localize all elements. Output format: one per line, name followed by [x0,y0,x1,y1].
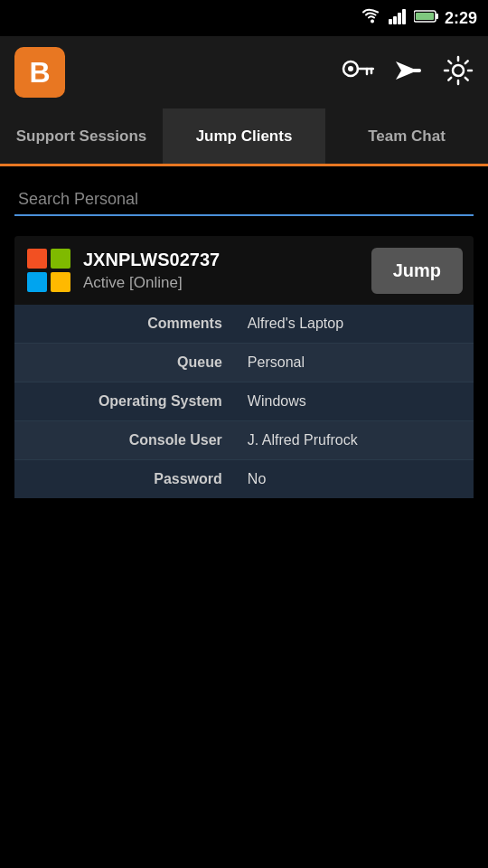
wifi-icon [361,8,383,28]
svg-rect-26 [27,272,47,292]
battery-icon [414,9,439,27]
tab-team-chat[interactable]: Team Chat [325,108,488,164]
search-input[interactable] [14,184,474,216]
svg-rect-1 [389,19,392,24]
svg-line-22 [448,78,451,80]
svg-line-21 [465,78,468,80]
svg-rect-2 [393,16,397,24]
client-text: JXNPLWS02737 Active [Online] [83,250,220,292]
jump-button[interactable]: Jump [371,248,463,294]
client-name: JXNPLWS02737 [83,250,220,270]
search-container [0,166,488,225]
key-icon[interactable] [342,58,374,87]
tab-support-sessions[interactable]: Support Sessions [0,108,163,164]
detail-value: No [235,460,474,499]
status-icons: 2:29 [361,8,477,28]
svg-point-15 [453,65,464,76]
status-time: 2:29 [445,9,477,28]
client-header: JXNPLWS02737 Active [Online] Jump [14,236,474,305]
windows-logo-icon [25,247,72,294]
tab-bar: Support Sessions Jump Clients Team Chat [0,108,488,166]
detail-value: Windows [235,382,474,421]
detail-value: J. Alfred Prufrock [235,421,474,460]
detail-label: Operating System [14,382,235,421]
svg-line-20 [448,61,451,63]
detail-label: Console User [14,421,235,460]
svg-rect-3 [398,13,401,24]
detail-value: Personal [235,344,474,382]
detail-row: Console User J. Alfred Prufrock [14,421,474,460]
signal-icon [389,8,408,28]
svg-rect-14 [401,69,421,72]
detail-row: Operating System Windows [14,382,474,421]
detail-row: Queue Personal [14,344,474,382]
svg-rect-7 [416,13,434,20]
client-status: Active [Online] [83,274,220,292]
detail-row: Password No [14,460,474,499]
svg-rect-25 [51,249,70,269]
status-bar: 2:29 [0,0,488,36]
details-table: Comments Alfred's Laptop Queue Personal … [14,305,474,498]
settings-icon[interactable] [443,55,474,90]
svg-rect-27 [51,272,70,292]
detail-row: Comments Alfred's Laptop [14,305,474,344]
detail-label: Password [14,460,235,499]
app-logo: B [14,47,65,98]
client-card: JXNPLWS02737 Active [Online] Jump Commen… [14,236,474,498]
toolbar: B [0,36,488,108]
svg-line-23 [465,61,468,63]
svg-rect-4 [402,9,406,24]
client-info: JXNPLWS02737 Active [Online] [25,247,361,294]
detail-value: Alfred's Laptop [235,305,474,344]
svg-rect-24 [27,249,47,269]
svg-point-0 [371,20,374,24]
forward-icon[interactable] [392,58,425,87]
detail-label: Comments [14,305,235,344]
toolbar-actions [342,55,474,90]
svg-point-9 [348,66,353,71]
tab-jump-clients[interactable]: Jump Clients [163,108,325,166]
svg-rect-6 [436,14,438,19]
detail-label: Queue [14,344,235,382]
